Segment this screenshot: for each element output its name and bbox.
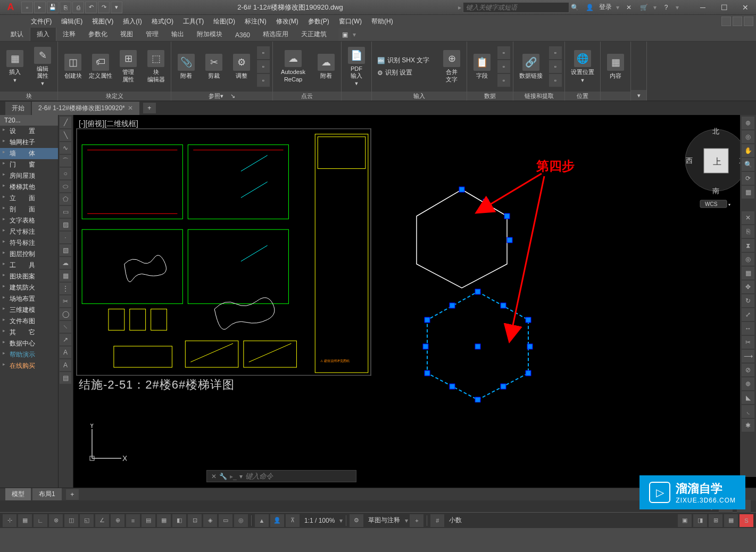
define-attr-button[interactable]: 🏷定义属性 — [87, 43, 114, 90]
link-icon-3[interactable]: ▫ — [549, 74, 562, 87]
status-zoom-label[interactable]: 1:1 / 100% — [301, 517, 338, 524]
status-tpy-icon[interactable]: ▤ — [142, 514, 155, 527]
file-tab-current[interactable]: 2-6# 1-12#楼梯修改图190920*✕ — [32, 102, 139, 115]
menu-dimension[interactable]: 标注(N) — [240, 15, 271, 28]
login-label[interactable]: 登录 — [599, 3, 612, 12]
mod-offset-icon[interactable]: ◎ — [742, 253, 754, 266]
sidebar-item-layer[interactable]: 图层控制 — [0, 249, 58, 260]
viewport-label[interactable]: [-][俯视][二维线框] — [79, 119, 138, 129]
ribbon-tab-addins[interactable]: 附加模块 — [190, 28, 229, 41]
sidebar-item-section[interactable]: 剖 面 — [0, 204, 58, 215]
app-logo-icon[interactable]: A — [3, 1, 19, 14]
ribbon-tab-parametric[interactable]: 参数化 — [82, 28, 114, 41]
status-sogou-icon[interactable]: S — [740, 514, 753, 527]
recognize-settings-button[interactable]: ⚙识别 设置 — [375, 67, 436, 78]
clip-button[interactable]: ✂剪裁 — [201, 43, 227, 90]
nav-zoom-icon[interactable]: 🔍 — [742, 158, 754, 171]
sidebar-item-elevation[interactable]: 立 面 — [0, 193, 58, 204]
ribbon-overflow-icon[interactable]: ▾ — [631, 90, 646, 101]
xline-tool-icon[interactable]: ⟍ — [60, 321, 71, 333]
divide-tool-icon[interactable]: ⋮ — [60, 283, 71, 294]
menu-insert[interactable]: 插入(I) — [119, 15, 146, 28]
drawing-canvas[interactable]: [-][俯视][二维线框] — [73, 115, 756, 488]
search-input[interactable] — [463, 2, 569, 13]
mod-mirror-icon[interactable]: ⧗ — [742, 239, 754, 252]
nav-orbit-icon[interactable]: ⟳ — [742, 172, 754, 185]
xref-icon-1[interactable]: ▫ — [257, 46, 270, 59]
user-icon[interactable]: 👤 — [584, 2, 595, 13]
mod-array-icon[interactable]: ▦ — [742, 267, 754, 279]
data-icon-1[interactable]: ▫ — [497, 46, 510, 59]
status-num-icon[interactable]: # — [430, 514, 444, 527]
mod-extend-icon[interactable]: ⟶ — [742, 350, 754, 362]
status-right-4-icon[interactable]: ▦ — [724, 514, 738, 527]
datalink-button[interactable]: 🔗数据链接 — [515, 43, 547, 90]
sidebar-item-3d[interactable]: 三维建模 — [0, 304, 58, 316]
manage-attr-button[interactable]: ⊞管理 属性 — [115, 43, 142, 90]
mod-copy-icon[interactable]: ⎘ — [742, 225, 754, 238]
content-button[interactable]: ▦内容 — [602, 43, 629, 90]
sidebar-item-tools[interactable]: 工 具 — [0, 260, 58, 271]
mod-scale-icon[interactable]: ⤢ — [742, 308, 754, 321]
status-vp-icon[interactable]: ▭ — [219, 514, 232, 527]
status-gear-icon[interactable]: ⚙ — [350, 514, 363, 527]
region-tool-icon[interactable]: ▧ — [60, 244, 71, 256]
status-right-1-icon[interactable]: ▣ — [678, 514, 692, 527]
ribbon-expand-icon[interactable]: ▣ — [338, 28, 351, 41]
status-tb-icon[interactable]: ◎ — [234, 514, 248, 527]
mod-stretch-icon[interactable]: ↔ — [742, 322, 754, 335]
donut-tool-icon[interactable]: ◯ — [60, 308, 71, 320]
nav-pan-icon[interactable]: ✋ — [742, 144, 754, 157]
text-tool-icon[interactable]: A — [60, 359, 71, 371]
mod-rotate-icon[interactable]: ↻ — [742, 294, 754, 307]
mod-fillet-icon[interactable]: ◟ — [742, 405, 754, 418]
nav-compass-icon[interactable]: ⊕ — [742, 117, 754, 129]
file-tab-add-button[interactable]: + — [143, 103, 156, 113]
command-input[interactable] — [245, 472, 352, 480]
command-line[interactable]: ✕ 🔧 ▸_ ▾ — [206, 470, 356, 482]
status-as-icon[interactable]: ⊼ — [286, 514, 300, 527]
layout-tab-1[interactable]: 布局1 — [32, 488, 62, 500]
status-otrack-icon[interactable]: ∠ — [95, 514, 109, 527]
mini-restore-icon[interactable] — [733, 17, 742, 26]
qat-saveas-icon[interactable]: ⎘ — [60, 2, 71, 13]
qat-redo-icon[interactable]: ↷ — [98, 2, 110, 13]
close-button[interactable]: ✕ — [735, 0, 756, 15]
sidebar-item-symbol[interactable]: 符号标注 — [0, 237, 58, 249]
data-icon-2[interactable]: ▫ — [497, 60, 510, 73]
link-icon-2[interactable]: ▫ — [549, 60, 562, 73]
status-snap-icon[interactable]: ⊹ — [3, 514, 16, 527]
search-icon[interactable]: 🔍 — [569, 2, 580, 13]
sidebar-item-grid[interactable]: 轴网柱子 — [0, 137, 58, 148]
qat-save-icon[interactable]: 💾 — [47, 2, 59, 13]
status-polar-icon[interactable]: ⊗ — [49, 514, 63, 527]
sidebar-item-site[interactable]: 场地布置 — [0, 293, 58, 304]
table-tool-icon[interactable]: ▦ — [60, 270, 71, 282]
block-editor-button[interactable]: ⬚块 编辑器 — [143, 43, 169, 90]
menu-window[interactable]: 窗口(W) — [335, 15, 366, 28]
menu-tools[interactable]: 工具(T) — [179, 15, 208, 28]
status-dyn-icon[interactable]: ⊕ — [111, 514, 124, 527]
polygon-tool-icon[interactable]: ⬠ — [60, 193, 71, 205]
qat-open-icon[interactable]: ▸ — [34, 2, 46, 13]
ribbon-tab-featured[interactable]: 精选应用 — [256, 28, 295, 41]
recognize-shx-button[interactable]: 🔤识别 SHX 文字 — [375, 55, 436, 66]
polyline-tool-icon[interactable]: ╲ — [60, 129, 71, 141]
rectangle-tool-icon[interactable]: ▭ — [60, 206, 71, 218]
mtext-tool-icon[interactable]: A — [60, 347, 71, 358]
ribbon-tab-view[interactable]: 视图 — [114, 28, 139, 41]
ribbon-tab-output[interactable]: 输出 — [165, 28, 190, 41]
qat-dropdown-icon[interactable]: ▾ — [111, 2, 122, 13]
create-block-button[interactable]: ◫创建块 — [60, 43, 86, 90]
link-icon-1[interactable]: ▫ — [549, 46, 562, 59]
edit-attribute-button[interactable]: ✎编辑 属性▼ — [29, 43, 56, 90]
break-tool-icon[interactable]: ✂ — [60, 295, 71, 307]
merge-text-button[interactable]: ⊕合并 文字 — [438, 43, 465, 90]
help-icon[interactable]: ? — [661, 2, 671, 13]
sidebar-item-help[interactable]: 帮助演示 — [0, 349, 58, 360]
adjust-button[interactable]: ⚙调整 — [228, 43, 255, 90]
status-num-label[interactable]: 小数 — [446, 516, 465, 525]
status-right-2-icon[interactable]: ◨ — [693, 514, 707, 527]
mini-close-icon[interactable] — [744, 17, 753, 26]
menu-parametric[interactable]: 参数(P) — [304, 15, 334, 28]
